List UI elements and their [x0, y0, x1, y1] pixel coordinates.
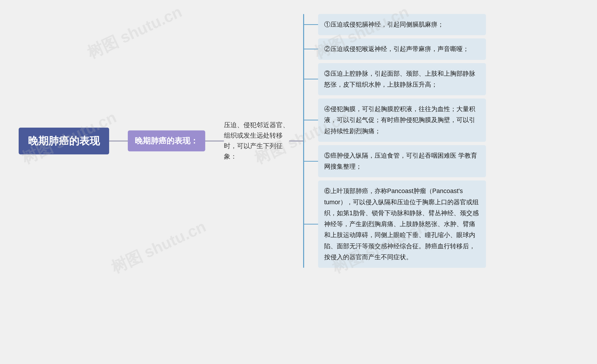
branch-row-3: ③压迫上腔静脉，引起面部、颈部、上肢和上胸部静脉怒张，皮下组织水肿，上肢静脉压升… — [304, 63, 486, 96]
right-tree: ①压迫或侵犯膈神经，引起同侧膈肌麻痹；②压迫或侵犯喉返神经，引起声带麻痹，声音嘶… — [303, 14, 494, 268]
rows-stack: ①压迫或侵犯膈神经，引起同侧膈肌麻痹；②压迫或侵犯喉返神经，引起声带麻痹，声音嘶… — [304, 14, 486, 268]
branch-row-4: ④侵犯胸膜，可引起胸膜腔积液，往往为血性；大量积液，可以引起气促；有时癌肿侵犯胸… — [304, 99, 486, 142]
content-card-3: ③压迫上腔静脉，引起面部、颈部、上肢和上胸部静脉怒张，皮下组织水肿，上肢静脉压升… — [318, 63, 486, 96]
mindmap-root: 晚期肺癌的表现 晚期肺癌的表现： 压迫、侵犯邻近器官、组织或发生远处转移时，可以… — [0, 0, 513, 282]
content-card-6: ⑥上叶顶部肺癌，亦称Pancoast肿瘤（Pancoast's tumor），可… — [318, 181, 486, 268]
branch-row-1: ①压迫或侵犯膈神经，引起同侧膈肌麻痹； — [304, 14, 486, 35]
branch-hline-1 — [304, 24, 318, 25]
content-card-5: ⑤癌肿侵入纵隔，压迫食管，可引起吞咽困难医 学教育网搜集整理； — [318, 145, 486, 177]
branches-container: ①压迫或侵犯膈神经，引起同侧膈肌麻痹；②压迫或侵犯喉返神经，引起声带麻痹，声音嘶… — [303, 14, 494, 268]
branch-hline-2 — [304, 49, 318, 49]
level1-node: 晚期肺癌的表现： — [128, 130, 205, 151]
content-card-4: ④侵犯胸膜，可引起胸膜腔积液，往往为血性；大量积液，可以引起气促；有时癌肿侵犯胸… — [318, 99, 486, 142]
connector-h1 — [109, 141, 128, 141]
connector-h2 — [205, 141, 224, 141]
branch-row-6: ⑥上叶顶部肺癌，亦称Pancoast肿瘤（Pancoast's tumor），可… — [304, 181, 486, 268]
content-card-1: ①压迫或侵犯膈神经，引起同侧膈肌麻痹； — [318, 14, 486, 35]
branch-hline-5 — [304, 161, 318, 162]
mid-text: 压迫、侵犯邻近器官、组织或发生远处转移时，可以产生下列征象： — [224, 120, 289, 162]
main-title: 晚期肺癌的表现 — [19, 128, 109, 154]
branch-row-2: ②压迫或侵犯喉返神经，引起声带麻痹，声音嘶哑； — [304, 38, 486, 60]
content-card-2: ②压迫或侵犯喉返神经，引起声带麻痹，声音嘶哑； — [318, 38, 486, 60]
branch-hline-6 — [304, 224, 318, 225]
branch-hline-4 — [304, 120, 318, 120]
branch-hline-3 — [304, 79, 318, 79]
connector-h3 — [289, 141, 303, 141]
branch-row-5: ⑤癌肿侵入纵隔，压迫食管，可引起吞咽困难医 学教育网搜集整理； — [304, 145, 486, 177]
